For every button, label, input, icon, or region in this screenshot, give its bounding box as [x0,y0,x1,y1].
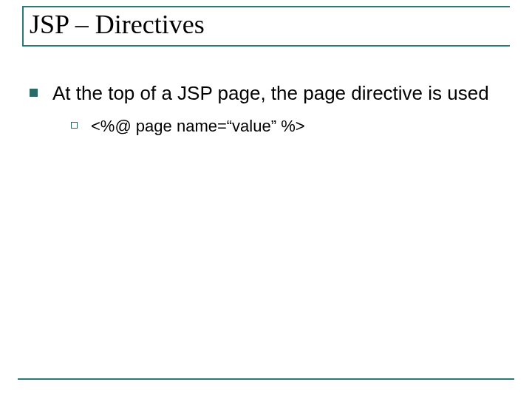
bullet-level1-text: At the top of a JSP page, the page direc… [52,81,489,106]
bullet-level2: <%@ page name=“value” %> [71,116,502,137]
square-outline-icon [71,122,78,129]
slide-body: At the top of a JSP page, the page direc… [30,81,502,137]
divider [18,378,514,380]
bullet-level1: At the top of a JSP page, the page direc… [30,81,502,106]
square-filled-icon [30,89,38,97]
title-container: JSP – Directives [22,6,510,47]
slide: JSP – Directives At the top of a JSP pag… [0,0,532,399]
slide-title: JSP – Directives [30,9,510,41]
bullet-level2-text: <%@ page name=“value” %> [91,116,305,137]
